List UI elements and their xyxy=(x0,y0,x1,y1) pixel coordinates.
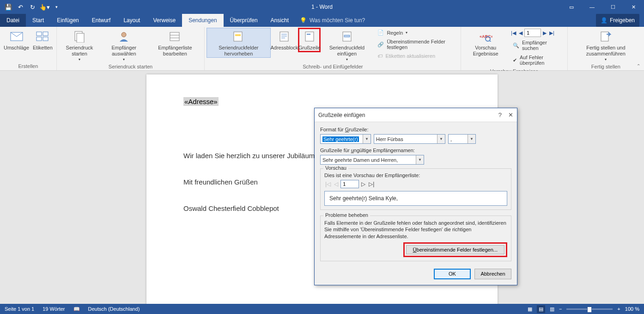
redo-icon[interactable]: ↻ xyxy=(27,1,38,12)
read-mode-icon[interactable]: ▦ xyxy=(528,306,532,312)
group-seriendruck-starten: Seriendruck starten▾ Empfänger auswählen… xyxy=(57,27,205,70)
group-schreibfelder: Seriendruckfelder hervorheben Adressbloc… xyxy=(205,27,461,70)
regeln-button[interactable]: 📄Regeln ▾ xyxy=(375,29,457,37)
tab-ueberpruefen[interactable]: Überprüfen xyxy=(224,14,264,27)
seriendruckfelder-hervorheben-button[interactable]: Seriendruckfelder hervorheben xyxy=(207,28,270,58)
envelope-icon xyxy=(9,29,24,44)
preview-record-input[interactable] xyxy=(340,180,359,188)
finish-merge-icon xyxy=(598,29,613,44)
statusbar: Seite 1 von 1 19 Wörter 📖 Deutsch (Deuts… xyxy=(0,304,644,314)
print-layout-icon[interactable]: ▤ xyxy=(537,305,545,313)
preview-icon: «ABC» xyxy=(478,29,493,44)
greetingline-icon xyxy=(302,29,317,44)
svg-rect-4 xyxy=(43,37,48,41)
first-record-icon[interactable]: |◀ xyxy=(510,30,517,36)
ok-button[interactable]: OK xyxy=(434,269,471,279)
window-title: 1 - Word xyxy=(311,4,333,10)
vorschau-ergebnisse-button[interactable]: «ABC» Vorschau Ergebnisse xyxy=(463,28,508,58)
preview-first-icon[interactable]: |◁ xyxy=(324,181,332,187)
empfaengerliste-bearbeiten-button[interactable]: Empfängerliste bearbeiten xyxy=(147,28,202,58)
match-fields-dialog-button[interactable]: Übereinstimmende Felder festlegen... xyxy=(406,245,504,254)
tab-verweise[interactable]: Verweise xyxy=(146,14,182,27)
svg-rect-24 xyxy=(601,32,608,41)
record-navigation: |◀ ◀ ▶ ▶| xyxy=(510,29,564,37)
preview-prev-icon[interactable]: ◁ xyxy=(333,181,339,187)
fertig-stellen-button[interactable]: Fertig stellen und zusammenführen▾ xyxy=(570,28,642,63)
next-record-icon[interactable]: ▶ xyxy=(542,30,547,36)
salutation-select[interactable]: Sehr geehrte(r)▼ xyxy=(320,134,371,144)
last-record-icon[interactable]: ▶| xyxy=(548,30,555,36)
record-number-input[interactable] xyxy=(524,29,541,37)
save-icon[interactable]: 💾 xyxy=(3,1,14,12)
tab-sendungen[interactable]: Sendungen xyxy=(182,14,223,27)
word-count[interactable]: 19 Wörter xyxy=(43,306,65,312)
ribbon-options-icon[interactable]: ▭ xyxy=(561,0,582,13)
web-layout-icon[interactable]: ▥ xyxy=(550,306,554,312)
zoom-slider[interactable] xyxy=(566,308,613,310)
share-button[interactable]: 👤 Freigeben xyxy=(596,14,639,27)
group-vorschau: «ABC» Vorschau Ergebnisse |◀ ◀ ▶ ▶| 🔍Emp… xyxy=(461,27,567,70)
tab-layout[interactable]: Layout xyxy=(117,14,146,27)
vorschau-legend: Vorschau xyxy=(323,165,348,171)
fehler-ueberpruefen-button[interactable]: ✔Auf Fehler überprüfen xyxy=(510,54,564,67)
umschlaege-button[interactable]: Umschläge xyxy=(2,28,31,52)
seriendruck-starten-button[interactable]: Seriendruck starten▾ xyxy=(59,28,100,63)
svg-rect-3 xyxy=(36,37,42,41)
touch-mode-icon[interactable]: 👆▾ xyxy=(39,1,50,12)
vorschau-description: Dies ist eine Vorschau der Empfängerlist… xyxy=(324,172,507,178)
qat-customize-icon[interactable]: ▾ xyxy=(51,1,62,12)
zoom-out-icon[interactable]: − xyxy=(559,306,562,312)
seriendruckfeld-einfuegen-button[interactable]: Seriendruckfeld einfügen▾ xyxy=(321,28,373,63)
etiketten-button[interactable]: Etiketten xyxy=(31,28,55,52)
tell-me-search[interactable]: 💡 Was möchten Sie tun? xyxy=(295,14,365,27)
search-icon: 🔍 xyxy=(513,43,519,49)
collapse-ribbon-icon[interactable]: ⌃ xyxy=(637,63,640,68)
maximize-icon[interactable]: ☐ xyxy=(602,0,623,13)
highlight-fields-icon xyxy=(231,29,246,44)
minimize-icon[interactable]: — xyxy=(582,0,602,13)
name-format-select[interactable]: Herr Fürbas▼ xyxy=(374,134,445,144)
prev-record-icon[interactable]: ◀ xyxy=(518,30,523,36)
tab-entwurf[interactable]: Entwurf xyxy=(85,14,117,27)
close-icon[interactable]: ✕ xyxy=(623,0,644,13)
undo-icon[interactable]: ↶ xyxy=(15,1,26,12)
tab-ansicht[interactable]: Ansicht xyxy=(264,14,295,27)
match-fields-highlight: Übereinstimmende Felder festlegen... xyxy=(403,242,507,257)
grusszeile-dialog: Grußzeile einfügen ? ✕ Format für Grußze… xyxy=(314,108,517,285)
format-label: Format für Grußzeile: xyxy=(320,127,511,132)
group-erstellen-label: Erstellen xyxy=(2,62,55,70)
preview-next-icon[interactable]: ▷ xyxy=(360,181,366,187)
match-fields-button[interactable]: 🔗Übereinstimmende Felder festlegen xyxy=(375,38,457,51)
help-icon[interactable]: ? xyxy=(498,111,502,118)
empfaenger-auswaehlen-button[interactable]: Empfänger auswählen▾ xyxy=(100,28,147,63)
check-errors-icon: ✔ xyxy=(513,57,517,63)
language-indicator[interactable]: Deutsch (Deutschland) xyxy=(88,306,140,312)
grusszeile-button[interactable]: Grußzeile xyxy=(298,28,321,52)
preview-last-icon[interactable]: ▷| xyxy=(368,181,375,187)
recipients-edit-icon xyxy=(168,29,182,44)
tab-start[interactable]: Start xyxy=(26,14,50,27)
empfaenger-suchen-button[interactable]: 🔍Empfänger suchen xyxy=(510,39,564,52)
labels-icon xyxy=(35,29,50,44)
merge-field-adresse[interactable]: «Adresse» xyxy=(183,97,219,106)
preview-navigation: |◁ ◁ ▷ ▷| xyxy=(324,180,507,188)
window-controls: ▭ — ☐ ✕ xyxy=(561,0,644,13)
page-indicator[interactable]: Seite 1 von 1 xyxy=(5,306,34,312)
adressblock-button[interactable]: Adressblock xyxy=(271,28,298,52)
punctuation-select[interactable]: ,▼ xyxy=(448,134,476,144)
tab-einfuegen[interactable]: Einfügen xyxy=(50,14,85,27)
group-fertig-label: Fertig stellen xyxy=(570,63,642,71)
zoom-level[interactable]: 100 % xyxy=(625,306,639,312)
tab-datei[interactable]: Datei xyxy=(0,14,26,27)
recipients-select-icon xyxy=(116,29,131,44)
zoom-in-icon[interactable]: + xyxy=(617,306,620,312)
dialog-close-icon[interactable]: ✕ xyxy=(508,111,513,118)
cancel-button[interactable]: Abbrechen xyxy=(474,269,511,279)
update-labels-icon: 🏷 xyxy=(377,53,383,59)
svg-rect-11 xyxy=(234,32,242,41)
proofing-icon[interactable]: 📖 xyxy=(73,306,80,312)
tell-me-label: Was möchten Sie tun? xyxy=(310,17,365,24)
invalid-greeting-select[interactable]: Sehr geehrte Damen und Herren,▼ xyxy=(320,155,424,165)
etiketten-aktualisieren-button: 🏷Etiketten aktualisieren xyxy=(375,52,457,60)
probleme-fieldset: Probleme beheben Falls Elemente in der G… xyxy=(320,215,511,261)
